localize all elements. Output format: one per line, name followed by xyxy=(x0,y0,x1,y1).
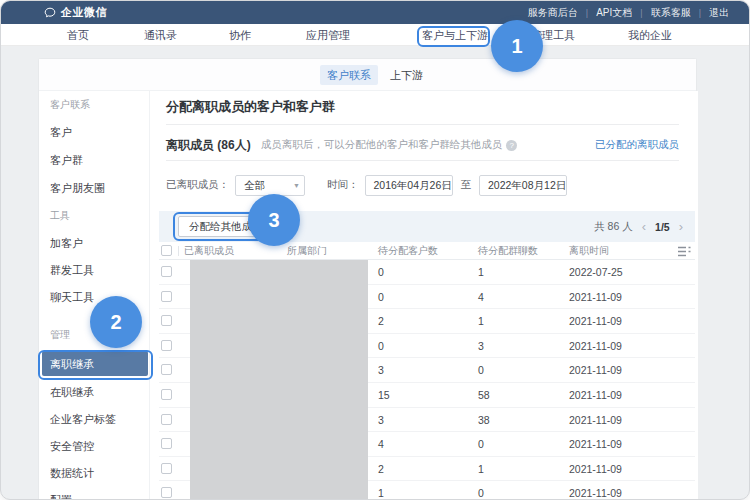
cell-pending-clients: 2 xyxy=(378,309,384,334)
nav-item-collab[interactable]: 协作 xyxy=(229,24,251,46)
cell-pending-groups: 38 xyxy=(478,408,490,433)
row-checkbox[interactable] xyxy=(161,487,172,498)
nav-item-home[interactable]: 首页 xyxy=(67,24,89,46)
section-description: 成员离职后，可以分配他的客户和客户群给其他成员 xyxy=(261,138,503,152)
time-filter-label: 时间： xyxy=(327,178,359,192)
topbar-link-logout[interactable]: 退出 xyxy=(701,6,737,20)
pagination: 共 86 人 ‹ 1/5 › xyxy=(594,220,683,234)
filter-row: 已离职成员： 全部 ▼ 时间： 2016年04月26日 ▼ 至 2022年08月… xyxy=(166,173,567,197)
cell-pending-groups: 1 xyxy=(478,260,484,285)
row-checkbox[interactable] xyxy=(161,340,172,351)
tab-customer-contact[interactable]: 客户联系 xyxy=(320,65,378,85)
sidebar-item-2[interactable]: 客户群 xyxy=(50,153,83,167)
sidebar-item-6[interactable]: 群发工具 xyxy=(50,263,94,277)
cell-pending-groups: 0 xyxy=(478,481,484,500)
next-page-icon[interactable]: › xyxy=(679,220,683,233)
sidebar-item-12[interactable]: 安全管控 xyxy=(50,439,94,453)
prev-page-icon[interactable]: ‹ xyxy=(642,220,646,233)
step-balloon-3: 3 xyxy=(248,194,300,246)
cell-pending-groups: 0 xyxy=(478,358,484,383)
cell-pending-clients: 3 xyxy=(378,408,384,433)
divider xyxy=(166,124,679,125)
info-icon[interactable]: ? xyxy=(506,140,517,151)
row-checkbox[interactable] xyxy=(161,389,172,400)
browser-window: 企业微信 服务商后台 | API文档 | 联系客服 | 退出 首页 通讯录 协作… xyxy=(0,0,750,500)
app-logo-text: 企业微信 xyxy=(61,5,107,20)
cell-pending-groups: 4 xyxy=(478,285,484,310)
sidebar-item-10[interactable]: 在职继承 xyxy=(50,385,94,399)
total-count: 共 86 人 xyxy=(594,220,633,234)
topbar-links: 服务商后台 | API文档 | 联系客服 | 退出 xyxy=(520,6,737,20)
app-logo[interactable]: 企业微信 xyxy=(44,5,107,20)
row-checkbox[interactable] xyxy=(161,364,172,375)
topbar-link-provider[interactable]: 服务商后台 xyxy=(520,6,586,20)
assigned-members-link[interactable]: 已分配的离职成员 xyxy=(595,138,679,152)
cell-pending-clients: 15 xyxy=(378,383,390,408)
topbar-link-support[interactable]: 联系客服 xyxy=(643,6,699,20)
cell-leave-date: 2021-11-09 xyxy=(569,457,622,482)
table-toolbar: 分配给其他成员 共 86 人 ‹ 1/5 › xyxy=(159,211,695,242)
nav-item-contacts[interactable]: 通讯录 xyxy=(144,24,177,46)
nav-item-my-company[interactable]: 我的企业 xyxy=(628,24,672,46)
row-checkbox[interactable] xyxy=(161,315,172,326)
step-balloon-1: 1 xyxy=(491,20,543,72)
cell-leave-date: 2021-11-09 xyxy=(569,383,622,408)
cell-pending-clients: 1 xyxy=(378,481,384,500)
sidebar: 客户联系客户客户群客户朋友圈工具加客户群发工具聊天工具管理离职继承在职继承企业客… xyxy=(39,91,150,500)
row-checkbox[interactable] xyxy=(161,266,172,277)
cell-pending-clients: 0 xyxy=(378,285,384,310)
sidebar-item-9[interactable]: 离职继承 xyxy=(50,357,94,371)
member-filter-label: 已离职成员： xyxy=(166,178,229,192)
cell-pending-clients: 4 xyxy=(378,432,384,457)
sidebar-item-13[interactable]: 数据统计 xyxy=(50,466,94,480)
sidebar-item-1[interactable]: 客户 xyxy=(50,125,72,139)
row-checkbox[interactable] xyxy=(161,414,172,425)
main-nav: 首页 通讯录 协作 应用管理 客户与上下游 管理工具 我的企业 xyxy=(1,24,749,46)
cell-leave-date: 2021-11-09 xyxy=(569,408,622,433)
sidebar-item-5[interactable]: 加客户 xyxy=(50,236,83,250)
chevron-down-icon: ▼ xyxy=(441,176,448,195)
cell-pending-groups: 58 xyxy=(478,383,490,408)
nav-item-apps[interactable]: 应用管理 xyxy=(306,24,350,46)
sidebar-section-label: 客户联系 xyxy=(50,98,90,112)
date-from-select[interactable]: 2016年04月26日 ▼ xyxy=(365,175,453,196)
sidebar-item-7[interactable]: 聊天工具 xyxy=(50,290,94,304)
col-header-date: 离职时间 xyxy=(569,242,609,260)
tab-upstream-downstream[interactable]: 上下游 xyxy=(383,65,430,85)
date-to-select[interactable]: 2022年08月12日 ▼ xyxy=(479,175,567,196)
select-all-checkbox[interactable] xyxy=(161,245,172,256)
sidebar-item-14[interactable]: 配置 xyxy=(50,493,72,500)
row-checkbox[interactable] xyxy=(161,438,172,449)
col-header-groups: 待分配群聊数 xyxy=(478,242,538,260)
sidebar-section-label: 管理 xyxy=(50,328,70,342)
redacted-area xyxy=(190,260,368,500)
member-filter-select[interactable]: 全部 ▼ xyxy=(235,175,305,196)
cell-leave-date: 2022-07-25 xyxy=(569,260,623,285)
nav-item-customers[interactable]: 客户与上下游 xyxy=(422,24,488,46)
topbar-link-api-docs[interactable]: API文档 xyxy=(588,6,640,20)
cell-leave-date: 2021-11-09 xyxy=(569,285,622,310)
page-indicator: 1/5 xyxy=(655,221,670,233)
cell-pending-groups: 3 xyxy=(478,334,484,359)
sidebar-item-3[interactable]: 客户朋友圈 xyxy=(50,181,105,195)
sidebar-section-label: 工具 xyxy=(50,209,70,223)
content-card: 客户联系 上下游 客户联系客户客户群客户朋友圈工具加客户群发工具聊天工具管理离职… xyxy=(38,58,697,500)
date-range-to-label: 至 xyxy=(461,178,472,192)
cell-pending-clients: 3 xyxy=(378,358,384,383)
col-header-dept: 所属部门 xyxy=(287,242,327,260)
cell-pending-clients: 0 xyxy=(378,260,384,285)
row-checkbox[interactable] xyxy=(161,291,172,302)
cell-pending-groups: 0 xyxy=(478,432,484,457)
row-checkbox[interactable] xyxy=(161,463,172,474)
main-panel: 分配离职成员的客户和客户群 离职成员 (86人) 成员离职后，可以分配他的客户和… xyxy=(150,91,698,500)
member-filter-value: 全部 xyxy=(244,179,265,191)
divider xyxy=(178,246,179,256)
section-title: 离职成员 (86人) xyxy=(166,137,251,154)
page-title: 分配离职成员的客户和客户群 xyxy=(166,98,335,116)
table-header: 已离职成员 所属部门 待分配客户数 待分配群聊数 离职时间 xyxy=(159,242,695,260)
sidebar-item-11[interactable]: 企业客户标签 xyxy=(50,412,116,426)
column-settings-icon[interactable] xyxy=(678,246,691,257)
cell-leave-date: 2021-11-09 xyxy=(569,481,622,500)
wecom-chat-bubble-icon xyxy=(44,7,56,19)
divider xyxy=(166,160,679,161)
